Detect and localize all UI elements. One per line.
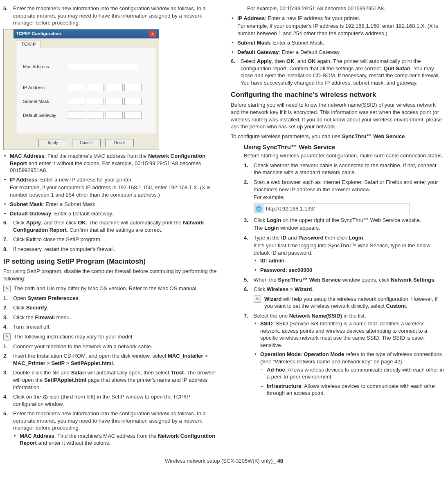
cred-pw: Password: sec00000	[254, 266, 445, 274]
left-column: 5. Enter the machine's new information i…	[3, 4, 217, 449]
heading-wireless: Configuring the machine's wireless netwo…	[231, 90, 445, 100]
page-columns: 5. Enter the machine's new information i…	[3, 4, 445, 449]
dash-infra: Infrastructure: Allows wireless devices …	[260, 383, 445, 397]
gear-icon	[43, 394, 48, 400]
mf-step-4: 4.Turn firewall off.	[3, 323, 217, 331]
dash-adhoc: Ad-hoc: Allows wireless devices to commu…	[260, 366, 445, 381]
window-titlebar: TCP/IP Configuration ×	[14, 29, 159, 38]
url-bar-screenshot: 🌐 http://192.168.1.133/	[254, 204, 410, 214]
bullet-subnet: Subnet Mask: Enter a Subnet Mask.	[3, 201, 217, 208]
sync-step-1: 1.Check whether the network cable is con…	[244, 162, 445, 176]
field-subnet: Subnet Mask :	[23, 98, 149, 105]
sync-steps-cont: 3. Click Login on the upper right of the…	[244, 217, 445, 397]
field-gateway: Default Gateway :	[23, 112, 149, 119]
p-wireless-1: Before starting you will need to know th…	[231, 101, 445, 130]
reset-button[interactable]: Reset	[105, 139, 134, 147]
field-ip: IP Address :	[23, 84, 149, 91]
mac-firewall-steps: 1.Open System Preferences. 2.Click Secur…	[3, 295, 217, 331]
steps-continued: 6. Click Apply, and then click OK. The m…	[3, 219, 217, 253]
sync-steps: 1.Check whether the network cable is con…	[244, 162, 445, 201]
step-7: 7. Click Exit to close the SetIP program…	[3, 236, 217, 243]
p-syncthru: Before starting wireless parameter confi…	[244, 152, 445, 159]
config-bullets: MAC Address: Find the machine's MAC addr…	[3, 152, 217, 217]
ms-step-1: 1.Connect your machine to the network wi…	[3, 343, 217, 350]
cred-id: ID: admin	[254, 257, 445, 264]
tcpip-config-window: TCP/IP Configuration × TCP/IP Mac Addres…	[3, 29, 159, 150]
page-icon: 🌐	[254, 204, 263, 213]
ssid-bullets: SSID: SSID (Service Set Identifier) is a…	[254, 320, 445, 396]
p-wireless-2: To configure wireless parameters, you ca…	[231, 133, 445, 140]
button-row: Apply Cancel Reset	[14, 137, 159, 150]
bullet-ssid: SSID: SSID (Service Set Identifier) is a…	[254, 320, 445, 349]
sync-step-5: 5. When the SyncThru™ Web Service window…	[244, 276, 445, 284]
note-box-1: ✎ The path and UIs may differ by Mac OS …	[3, 285, 217, 292]
bullet-opmode: Operation Mode: Operation Mode refers to…	[254, 351, 445, 396]
page-footer: Wireless network setup (SCX-3205W(K) onl…	[3, 457, 445, 465]
heading-ip-mac: IP setting using SetIP Program (Macintos…	[3, 257, 217, 266]
ms-step-5: 5. Enter the machine's new information i…	[3, 410, 217, 447]
step-6: 6. Click Apply, and then click OK. The m…	[3, 219, 217, 233]
apply-button[interactable]: Apply	[38, 139, 67, 147]
right-column: For example, 00:15:99:29:51:A8 becomes 0…	[231, 4, 445, 449]
tab-row: TCP/IP	[14, 38, 159, 48]
ms-step-4: 4. Click on the icon (third from left) i…	[3, 393, 217, 408]
field-mac: Mac Address :	[23, 63, 149, 70]
column-divider	[224, 4, 224, 449]
step-5: 5. Enter the machine's new information i…	[3, 5, 217, 27]
syncthru-section: Using SyncThru™ Web Service Before start…	[231, 143, 445, 397]
note-icon: ✎	[3, 285, 11, 292]
cont-bullet-subnet: Subnet Mask: Enter a Subnet Mask.	[231, 39, 445, 47]
sync-step-2: 2.Start a web browser such as Internet E…	[244, 179, 445, 201]
tcpip-panel: Mac Address : IP Address : Subnet Mask :…	[16, 48, 156, 134]
right-step6: 6. Select Apply, then OK, and OK again. …	[231, 58, 445, 86]
p-mac-intro: For using SetIP program, disable the com…	[3, 268, 217, 282]
note-icon: ✎	[254, 296, 261, 303]
window-title: TCP/IP Configuration	[16, 31, 61, 37]
cont-bullet-gateway: Default Gateway: Enter a Default Gateway…	[231, 49, 445, 56]
mac-setip-steps: 1.Connect your machine to the network wi…	[3, 343, 217, 447]
url-text: http://192.168.1.133/	[263, 205, 315, 213]
heading-syncthru: Using SyncThru™ Web Service	[244, 143, 445, 151]
mf-step-2: 2.Click Security.	[3, 304, 217, 311]
ms5-bullet-mac: MAC Address: Find the machine's MAC addr…	[13, 432, 217, 447]
note-box-wizard: ✎ Wizard will help you setup the wireles…	[254, 296, 445, 310]
bullet-ip: IP Address: Enter a new IP address for y…	[3, 176, 217, 199]
sync-step-4: 4. Type in the ID and Password then clic…	[244, 234, 445, 274]
r-step-6: 6. Select Apply, then OK, and OK again. …	[231, 58, 445, 86]
svg-point-1	[45, 396, 46, 398]
ms5-bullets: MAC Address: Find the machine's MAC addr…	[13, 432, 217, 447]
ms-step-3: 3. Double-click the file and Safari will…	[3, 369, 217, 391]
login-creds: ID: admin Password: sec00000	[254, 257, 445, 273]
ms-step-2: 2. Insert the Installation CD-ROM, and o…	[3, 352, 217, 367]
sync-step-3: 3. Click Login on the upper right of the…	[244, 217, 445, 232]
step-8: 8. If necessary, restart the computer's …	[3, 246, 217, 253]
bullet-gateway: Default Gateway: Enter a Default Gateway…	[3, 210, 217, 217]
bullet-mac: MAC Address: Find the machine's MAC addr…	[3, 152, 217, 174]
close-icon[interactable]: ×	[149, 31, 156, 37]
note-box-2: ✎ The following instructions may vary fo…	[3, 333, 217, 340]
cancel-button[interactable]: Cancel	[72, 139, 101, 147]
sync-step-7: 7. Select the one Network Name(SSID) in …	[244, 312, 445, 397]
mf-step-3: 3.Click the Firewall menu.	[3, 314, 217, 321]
note-icon: ✎	[3, 333, 11, 340]
cont-bullet-ip: IP Address: Enter a new IP address for y…	[231, 15, 445, 37]
opmode-dashes: Ad-hoc: Allows wireless devices to commu…	[260, 366, 445, 397]
mf-step-1: 1.Open System Preferences.	[3, 295, 217, 302]
continuation-block: For example, 00:15:99:29:51:A8 becomes 0…	[231, 5, 445, 12]
steps-list-top: 5. Enter the machine's new information i…	[3, 5, 217, 27]
tab-tcpip[interactable]: TCP/IP	[16, 40, 41, 48]
cont-bullets: IP Address: Enter a new IP address for y…	[231, 15, 445, 56]
sync-step-6: 6. Click Wireless > Wizard. ✎ Wizard wil…	[244, 286, 445, 310]
mac-input[interactable]	[68, 63, 138, 70]
